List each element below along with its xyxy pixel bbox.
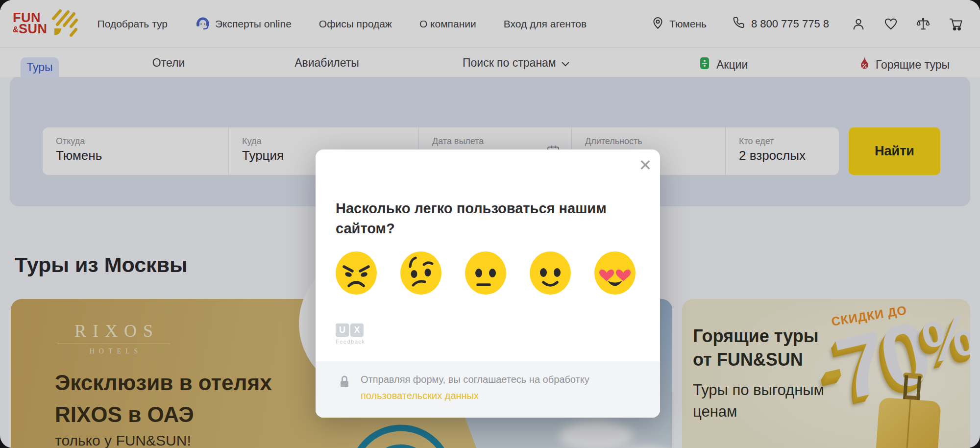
ux-feedback-logo: U X Feedback xyxy=(336,324,365,345)
feedback-question: Насколько легко пользоваться нашим сайто… xyxy=(336,199,620,239)
rating-neutral-button[interactable] xyxy=(464,251,507,295)
close-icon[interactable]: ✕ xyxy=(635,154,656,176)
rating-emoji-row xyxy=(335,251,637,295)
feedback-modal: ✕ Насколько легко пользоваться нашим сай… xyxy=(316,149,660,418)
consent-text: Отправляя форму, вы соглашаетесь на обра… xyxy=(361,372,589,404)
page: FUN &SUN Подобрать тур xyxy=(0,0,980,448)
lock-icon xyxy=(337,374,352,392)
rating-angry-button[interactable] xyxy=(335,251,378,295)
personal-data-link[interactable]: пользовательских данных xyxy=(361,390,479,401)
rating-smile-button[interactable] xyxy=(529,251,572,295)
rating-skeptical-button[interactable] xyxy=(399,251,442,295)
rating-love-button[interactable] xyxy=(593,251,637,295)
modal-footer: Отправляя форму, вы соглашаетесь на обра… xyxy=(316,361,660,418)
